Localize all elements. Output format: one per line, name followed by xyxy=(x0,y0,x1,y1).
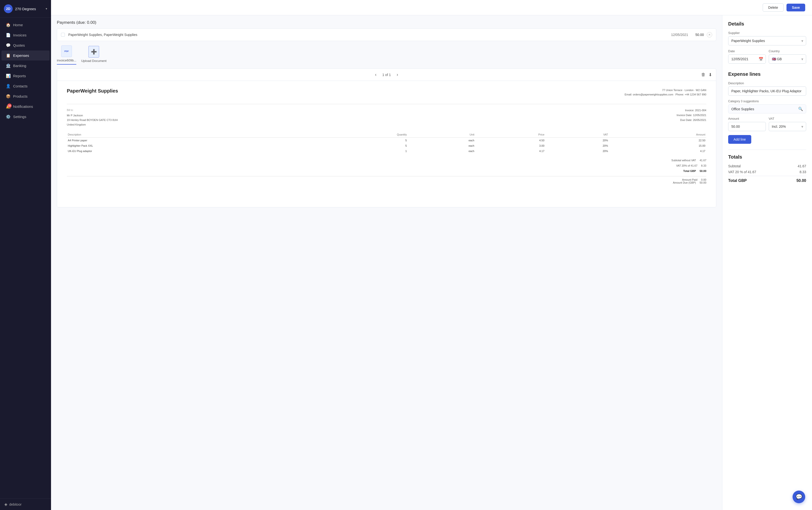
supplier-group: Supplier PaperWeight Supplies xyxy=(728,31,806,46)
invoice-details-right: Invoice: 2021-004 Invoice Date: 12/05/20… xyxy=(677,108,706,127)
invoice-address-block: 77 Union Terrace · London · W2 GAN Email… xyxy=(625,88,706,97)
company-selector[interactable]: 2D 270 Degrees ▾ xyxy=(0,0,51,18)
pdf-viewer: ‹ 1 of 1 › 🗑 ⬇ PaperWeight Supplies 77 U… xyxy=(57,68,716,207)
sidebar-item-expenses[interactable]: 📋 Expenses xyxy=(1,51,50,60)
sidebar-item-label: Banking xyxy=(13,64,26,68)
tab-upload-document[interactable]: ➕ Upload Document xyxy=(81,46,107,65)
sidebar-item-reports[interactable]: 📊 Reports xyxy=(1,71,50,81)
country-label: Country xyxy=(769,49,806,53)
category-tag-row[interactable]: Office Supplies 🔍 xyxy=(728,104,806,113)
debitoor-logo-icon: ◈ xyxy=(4,502,7,507)
payments-header: Payments (due: 0.00) xyxy=(57,20,716,25)
search-icon: 🔍 xyxy=(798,107,803,111)
pdf-prev-button[interactable]: ‹ xyxy=(373,71,378,78)
pdf-delete-button[interactable]: 🗑 xyxy=(701,72,705,78)
sidebar-item-banking[interactable]: 🏦 Banking xyxy=(1,61,50,71)
total-value: 50.00 xyxy=(796,179,806,183)
vat-row: VAT 20 % of 41.67 8.33 xyxy=(728,170,806,174)
main-content: Delete Save Payments (due: 0.00) PaperWe… xyxy=(51,0,812,510)
cell-description: A4 Printer paper xyxy=(67,138,304,143)
sidebar-item-products[interactable]: 📦 Products xyxy=(1,91,50,101)
amount-label: Amount xyxy=(728,117,766,120)
sidebar-item-label: Settings xyxy=(13,115,26,119)
right-panel: Details Supplier PaperWeight Supplies Da… xyxy=(722,15,812,510)
subtotal-value: 41.67 xyxy=(798,164,806,168)
company-name: 270 Degrees xyxy=(15,7,46,11)
sidebar-item-invoices[interactable]: 📄 Invoices xyxy=(1,30,50,40)
cell-amount: 22.50 xyxy=(609,138,706,143)
invoice-preview: PaperWeight Supplies 77 Union Terrace · … xyxy=(57,81,716,207)
cell-vat: 20% xyxy=(546,148,609,154)
sidebar-item-quotes[interactable]: 💬 Quotes xyxy=(1,40,50,50)
country-select[interactable]: 🇬🇧 GB xyxy=(769,54,806,64)
sidebar-item-settings[interactable]: ⚙️ Settings xyxy=(1,112,50,122)
date-country-row: Date 📅 Country 🇬🇧 GB xyxy=(728,49,806,67)
description-input[interactable] xyxy=(728,86,806,96)
sidebar-item-label: Quotes xyxy=(13,43,25,47)
chat-button[interactable]: 💬 xyxy=(792,490,805,503)
category-suggestions-label: Category 3 suggestions xyxy=(728,99,806,103)
delete-button[interactable]: Delete xyxy=(763,3,784,12)
subtotal-label: Subtotal xyxy=(728,164,741,168)
invoice-bill-to: Bill to: Mr P Jackson 19 Henley Road BOY… xyxy=(67,108,118,127)
pdf-next-button[interactable]: › xyxy=(395,71,400,78)
quotes-icon: 💬 xyxy=(6,43,11,48)
sidebar: 2D 270 Degrees ▾ 🏠 Home 📄 Invoices 💬 Quo… xyxy=(0,0,51,510)
app-name: debitoor xyxy=(9,503,22,506)
col-unit: Unit xyxy=(408,131,475,138)
sidebar-item-notifications[interactable]: 🔔 10 Notifications xyxy=(1,101,50,112)
cell-quantity: 5 xyxy=(304,143,408,148)
cell-unit: each xyxy=(408,148,475,154)
reports-icon: 📊 xyxy=(6,73,11,78)
payment-name: PaperWeight Supplies, PaperWeight Suppli… xyxy=(68,33,671,37)
cell-vat: 20% xyxy=(546,138,609,143)
expenses-icon: 📋 xyxy=(6,53,11,58)
amount-vat-row: Amount VAT Incl. 20% xyxy=(728,117,806,131)
pdf-download-button[interactable]: ⬇ xyxy=(708,72,712,78)
cell-description: UK-EU Plug adaptor xyxy=(67,148,304,154)
total-row: Total GBP 50.00 xyxy=(728,176,806,183)
save-button[interactable]: Save xyxy=(786,4,805,11)
sidebar-item-label: Products xyxy=(13,94,27,98)
sidebar-footer: ◈ debitoor xyxy=(0,498,51,510)
table-row: Highlighter Pack XXL 5 each 3.00 20% 15.… xyxy=(67,143,706,148)
left-panel: Payments (due: 0.00) PaperWeight Supplie… xyxy=(51,15,722,510)
vat-group: VAT Incl. 20% xyxy=(769,117,806,131)
vat-label: VAT xyxy=(769,117,806,120)
upload-icon: ➕ xyxy=(88,46,99,58)
payment-row: PaperWeight Supplies, PaperWeight Suppli… xyxy=(57,28,716,41)
table-row: UK-EU Plug adaptor 1 each 4.17 20% 4.17 xyxy=(67,148,706,154)
sidebar-item-label: Home xyxy=(13,23,23,27)
contacts-icon: 👤 xyxy=(6,84,11,88)
supplier-label: Supplier xyxy=(728,31,806,35)
home-icon: 🏠 xyxy=(6,23,11,27)
document-tabs: PDF invoice609b... ➕ Upload Document xyxy=(57,46,716,65)
sidebar-item-home[interactable]: 🏠 Home xyxy=(1,20,50,30)
expense-lines-title: Expense lines xyxy=(728,71,806,77)
vat-select[interactable]: Incl. 20% xyxy=(769,122,806,131)
tab-invoice-pdf[interactable]: PDF invoice609b... xyxy=(57,46,76,65)
pdf-file-icon: PDF xyxy=(61,46,72,57)
amount-input[interactable] xyxy=(728,122,766,131)
cell-quantity: 1 xyxy=(304,148,408,154)
add-line-button[interactable]: Add line xyxy=(728,135,751,144)
vat-row-value: 8.33 xyxy=(800,170,806,174)
payment-close-button[interactable]: ✕ xyxy=(707,32,712,37)
sidebar-item-contacts[interactable]: 👤 Contacts xyxy=(1,81,50,91)
supplier-select[interactable]: PaperWeight Supplies xyxy=(728,36,806,46)
tab-upload-label: Upload Document xyxy=(81,59,107,63)
col-quantity: Quantity xyxy=(304,131,408,138)
invoice-company-name: PaperWeight Supplies xyxy=(67,88,118,94)
payment-date: 12/05/2021 xyxy=(671,33,688,37)
payment-checkbox[interactable] xyxy=(61,33,65,37)
cell-vat: 20% xyxy=(546,143,609,148)
chevron-down-icon: ▾ xyxy=(46,7,47,10)
pdf-toolbar: ‹ 1 of 1 › 🗑 ⬇ xyxy=(57,69,716,81)
cell-price: 4.17 xyxy=(475,148,545,154)
col-description: Description xyxy=(67,131,304,138)
vat-row-label: VAT 20 % of 41.67 xyxy=(728,170,756,174)
col-vat: VAT xyxy=(546,131,609,138)
cell-price: 4.50 xyxy=(475,138,545,143)
top-bar: Delete Save xyxy=(51,0,812,15)
sidebar-item-label: Contacts xyxy=(13,84,27,88)
